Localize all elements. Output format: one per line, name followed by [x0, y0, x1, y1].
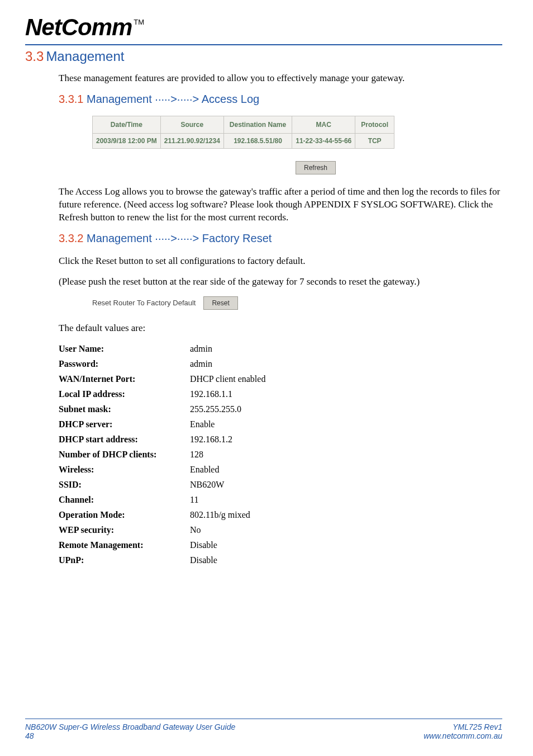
default-key: Password: [59, 359, 190, 369]
default-value: 128 [190, 450, 203, 460]
default-key: Channel: [59, 495, 190, 505]
default-value: Disable [190, 540, 217, 550]
default-key: Subnet mask: [59, 404, 190, 414]
refresh-wrap: Refresh [159, 161, 472, 174]
subsection-title: Access Log [202, 93, 259, 105]
table-cell: 11-22-33-44-55-66 [292, 133, 355, 148]
default-row: DHCP server:Enable [59, 419, 502, 429]
default-key: Local IP address: [59, 389, 190, 399]
table-cell: 2003/9/18 12:00 PM [93, 133, 161, 148]
factory-reset-line1: Click the Reset button to set all config… [59, 255, 502, 268]
page-footer: NB620W Super-G Wireless Broadband Gatewa… [25, 719, 502, 740]
default-value: admin [190, 359, 212, 369]
default-value: 255.255.255.0 [190, 404, 241, 414]
defaults-intro: The default values are: [59, 322, 502, 335]
arrow-icon: ·····>·····> [155, 93, 199, 105]
default-key: WEP security: [59, 525, 190, 535]
default-key: DHCP start address: [59, 434, 190, 445]
subsection-title: Factory Reset [202, 232, 272, 244]
subsection-number: 3.3.1 [59, 93, 83, 105]
default-row: Subnet mask:255.255.255.0 [59, 404, 502, 414]
access-log-description: The Access Log allows you to browse the … [59, 186, 502, 224]
footer-revision: YML725 Rev1 [423, 722, 502, 731]
header-rule [25, 44, 502, 45]
default-key: Wireless: [59, 465, 190, 475]
table-cell: TCP [355, 133, 394, 148]
default-value: admin [190, 344, 212, 354]
access-log-table: Date/Time Source Destination Name MAC Pr… [92, 116, 394, 149]
default-row: WEP security:No [59, 525, 502, 535]
col-source: Source [160, 116, 223, 133]
default-value: Enabled [190, 465, 219, 475]
default-key: Remote Management: [59, 540, 190, 550]
default-row: Wireless:Enabled [59, 465, 502, 475]
access-log-table-wrap: Date/Time Source Destination Name MAC Pr… [92, 116, 502, 174]
footer-doc-title: NB620W Super-G Wireless Broadband Gatewa… [25, 722, 235, 731]
footer-page-number: 48 [25, 731, 235, 740]
default-row: WAN/Internet Port:DHCP client enabled [59, 374, 502, 384]
default-value: 802.11b/g mixed [190, 510, 250, 520]
default-key: SSID: [59, 480, 190, 490]
default-key: User Name: [59, 344, 190, 354]
defaults-list: User Name:adminPassword:adminWAN/Interne… [59, 344, 502, 565]
arrow-icon: ·····>·····> [155, 232, 199, 244]
section-title: Management [46, 49, 124, 64]
footer-rule [25, 719, 502, 719]
brand-tm: TM [134, 18, 144, 26]
footer-url: www.netcomm.com.au [423, 731, 502, 740]
section-number: 3.3 [25, 49, 44, 64]
table-cell: 192.168.5.51/80 [223, 133, 292, 148]
table-cell: 211.21.90.92/1234 [160, 133, 223, 148]
default-row: Remote Management:Disable [59, 540, 502, 550]
default-key: UPnP: [59, 555, 190, 565]
subsection-access-log-heading: 3.3.1 Management ·····>·····> Access Log [59, 93, 502, 106]
default-value: No [190, 525, 201, 535]
brand-name: NetComm [25, 14, 132, 41]
default-row: SSID:NB620W [59, 480, 502, 490]
default-row: Local IP address:192.168.1.1 [59, 389, 502, 399]
default-key: DHCP server: [59, 419, 190, 429]
brand-logo: NetCommTM [25, 14, 502, 41]
section-heading: 3.3 Management [25, 49, 502, 64]
default-value: Enable [190, 419, 215, 429]
default-row: Number of DHCP clients:128 [59, 450, 502, 460]
default-row: UPnP:Disable [59, 555, 502, 565]
default-row: DHCP start address:192.168.1.2 [59, 434, 502, 445]
default-value: DHCP client enabled [190, 374, 265, 384]
default-value: NB620W [190, 480, 224, 490]
default-row: Password:admin [59, 359, 502, 369]
table-header-row: Date/Time Source Destination Name MAC Pr… [93, 116, 394, 133]
reset-label: Reset Router To Factory Default [92, 299, 196, 307]
col-datetime: Date/Time [93, 116, 161, 133]
subsection-prefix: Management [87, 93, 152, 105]
default-value: Disable [190, 555, 217, 565]
reset-button[interactable]: Reset [203, 296, 237, 310]
default-value: 192.168.1.1 [190, 389, 232, 399]
subsection-prefix: Management [87, 232, 152, 244]
subsection-number: 3.3.2 [59, 232, 83, 244]
section-intro: These management features are provided t… [59, 72, 502, 85]
default-row: User Name:admin [59, 344, 502, 354]
default-row: Operation Mode:802.11b/g mixed [59, 510, 502, 520]
default-key: Number of DHCP clients: [59, 450, 190, 460]
col-dest: Destination Name [223, 116, 292, 133]
default-row: Channel:11 [59, 495, 502, 505]
col-mac: MAC [292, 116, 355, 133]
default-value: 11 [190, 495, 198, 505]
col-protocol: Protocol [355, 116, 394, 133]
subsection-factory-reset-heading: 3.3.2 Management ·····>·····> Factory Re… [59, 232, 502, 245]
default-value: 192.168.1.2 [190, 434, 232, 445]
default-key: WAN/Internet Port: [59, 374, 190, 384]
factory-reset-line2: (Please push the reset button at the rea… [59, 276, 502, 289]
table-row: 2003/9/18 12:00 PM211.21.90.92/1234192.1… [93, 133, 394, 148]
default-key: Operation Mode: [59, 510, 190, 520]
refresh-button[interactable]: Refresh [296, 161, 336, 174]
reset-row: Reset Router To Factory Default Reset [92, 296, 502, 310]
